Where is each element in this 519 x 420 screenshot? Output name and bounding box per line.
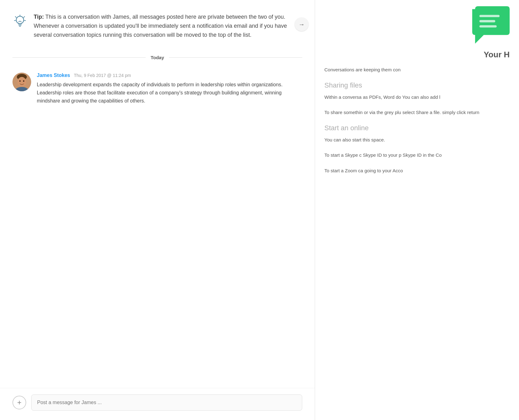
svg-point-9 [19, 80, 21, 82]
plus-icon: + [17, 398, 22, 407]
conversations-intro: Conversations are keeping them con [324, 66, 510, 74]
message-compose-area: + [0, 388, 315, 420]
message-content: James Stokes Thu, 9 Feb 2017 @ 11:24 pm … [37, 73, 302, 105]
to-share-section: To share somethin or via the grey plu se… [324, 108, 510, 117]
date-label: Today [146, 55, 169, 60]
to-share-text: To share somethin or via the grey plu se… [324, 108, 510, 117]
message-item: James Stokes Thu, 9 Feb 2017 @ 11:24 pm … [12, 73, 302, 105]
sharing-files-section: Sharing files Within a conversa as PDFs,… [324, 81, 510, 101]
lightbulb-icon [12, 14, 27, 29]
start-online-text: You can also start this space. [324, 136, 510, 144]
chat-bubble-icon [472, 6, 510, 44]
tip-container: Tip: This is a conversation with James, … [0, 0, 315, 49]
conversations-section: Conversations are keeping them con [324, 66, 510, 74]
tip-body: This is a conversation with James, all m… [34, 14, 287, 38]
tip-text: Tip: This is a conversation with James, … [34, 12, 302, 39]
svg-rect-14 [479, 25, 497, 27]
start-online-section: Start an online You can also start this … [324, 124, 510, 144]
svg-rect-12 [479, 15, 500, 17]
message-author: James Stokes [37, 73, 70, 78]
help-panel: Your H Conversations are keeping them co… [315, 0, 519, 420]
panel-title: Your H [324, 50, 510, 60]
start-online-title: Start an online [324, 124, 510, 132]
svg-line-3 [15, 17, 16, 17]
add-attachment-button[interactable]: + [12, 396, 26, 409]
svg-point-0 [16, 16, 24, 24]
start-skype-section: To start a Skype c Skype ID to your p Sk… [324, 151, 510, 159]
panel-header [324, 6, 510, 44]
tip-label: Tip: [34, 14, 44, 20]
sharing-files-title: Sharing files [324, 81, 510, 89]
sharing-files-text: Within a conversa as PDFs, Word do You c… [324, 93, 510, 101]
tip-next-arrow[interactable]: → [295, 17, 308, 31]
svg-point-10 [23, 80, 24, 82]
start-zoom-text: To start a Zoom ca going to your Acco [324, 167, 510, 175]
messages-area: James Stokes Thu, 9 Feb 2017 @ 11:24 pm … [0, 66, 315, 388]
avatar [12, 73, 31, 91]
message-body: Leadership development expands the capac… [37, 81, 302, 105]
svg-line-2 [24, 17, 25, 17]
message-header: James Stokes Thu, 9 Feb 2017 @ 11:24 pm [37, 73, 302, 78]
start-skype-text: To start a Skype c Skype ID to your p Sk… [324, 151, 510, 159]
start-zoom-section: To start a Zoom ca going to your Acco [324, 167, 510, 175]
message-time: Thu, 9 Feb 2017 @ 11:24 pm [74, 73, 131, 78]
message-input[interactable] [31, 394, 302, 411]
conversation-panel: Tip: This is a conversation with James, … [0, 0, 315, 420]
date-divider: Today [0, 52, 315, 63]
svg-point-8 [17, 77, 26, 87]
svg-rect-13 [479, 20, 495, 22]
